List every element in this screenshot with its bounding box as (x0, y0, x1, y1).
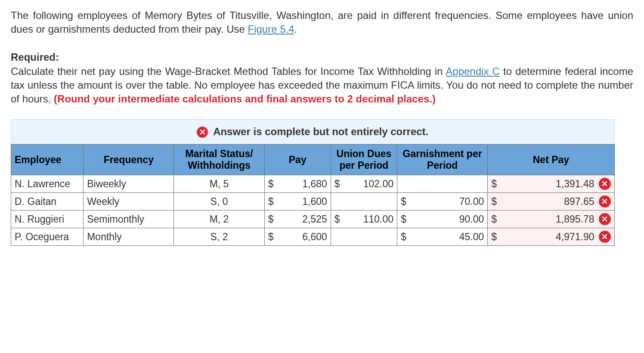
cell-net-pay[interactable]: $4,971.90✕ (488, 228, 614, 246)
cell-frequency: Semimonthly (84, 211, 174, 228)
cell-union: $102.00 (331, 175, 397, 193)
cell-marital: S, 2 (174, 228, 264, 246)
cell-pay: $2,525 (264, 211, 331, 228)
col-marital: Marital Status/ Withholdings (174, 145, 264, 175)
table-row: N. LawrenceBiweeklyM, 5$1,680$102.00$1,3… (11, 175, 615, 193)
feedback-text: Answer is complete but not entirely corr… (213, 126, 428, 137)
cell-employee: D. Gaitan (11, 193, 84, 211)
incorrect-icon: ✕ (197, 127, 208, 138)
cell-employee: N. Ruggieri (11, 211, 84, 228)
cell-marital: M, 2 (174, 211, 264, 228)
prompt-text-2a: Calculate their net pay using the Wage-B… (11, 65, 446, 77)
incorrect-icon: ✕ (599, 231, 611, 243)
cell-frequency: Monthly (84, 228, 174, 246)
payroll-table: Employee Frequency Marital Status/ Withh… (11, 144, 615, 246)
cell-pay: $1,600 (264, 193, 331, 211)
cell-frequency: Weekly (84, 193, 174, 211)
required-label: Required: (11, 51, 59, 63)
incorrect-icon: ✕ (599, 178, 611, 190)
col-pay: Pay (264, 145, 331, 175)
incorrect-icon: ✕ (599, 213, 611, 225)
cell-union (331, 228, 397, 246)
cell-employee: N. Lawrence (11, 175, 84, 193)
figure-link[interactable]: Figure 5.4 (248, 23, 294, 35)
cell-frequency: Biweekly (84, 175, 174, 193)
appendix-link[interactable]: Appendix C (446, 65, 500, 77)
cell-net-pay[interactable]: $1,391.48✕ (488, 175, 614, 193)
cell-garnish (397, 175, 488, 193)
table-row: P. OcegueraMonthlyS, 2$6,600$45.00$4,971… (11, 228, 615, 246)
cell-union: $110.00 (331, 211, 397, 228)
cell-garnish: $90.00 (397, 211, 488, 228)
col-employee: Employee (11, 145, 84, 175)
cell-net-pay[interactable]: $1,895.78✕ (488, 211, 614, 228)
table-row: N. RuggieriSemimonthlyM, 2$2,525$110.00$… (11, 211, 615, 228)
prompt-text-1b: . (294, 23, 297, 35)
cell-net-pay[interactable]: $897.65✕ (488, 193, 614, 211)
cell-marital: M, 5 (174, 175, 264, 193)
cell-employee: P. Oceguera (11, 228, 84, 246)
cell-pay: $1,680 (264, 175, 331, 193)
cell-garnish: $45.00 (397, 228, 488, 246)
cell-garnish: $70.00 (397, 193, 488, 211)
col-frequency: Frequency (84, 145, 174, 175)
col-union: Union Dues per Period (331, 145, 397, 175)
table-row: D. GaitanWeeklyS, 0$1,600$70.00$897.65✕ (11, 193, 615, 211)
cell-union (331, 193, 397, 211)
cell-pay: $6,600 (264, 228, 331, 246)
question-prompt: The following employees of Memory Bytes … (11, 9, 633, 106)
prompt-text-1: The following employees of Memory Bytes … (11, 9, 633, 35)
incorrect-icon: ✕ (599, 195, 611, 207)
col-garnish: Garnishment per Period (397, 145, 488, 175)
feedback-banner: ✕ Answer is complete but not entirely co… (11, 119, 615, 145)
col-net: Net Pay (488, 145, 614, 175)
rounding-note: (Round your intermediate calculations an… (54, 93, 436, 105)
cell-marital: S, 0 (174, 193, 264, 211)
